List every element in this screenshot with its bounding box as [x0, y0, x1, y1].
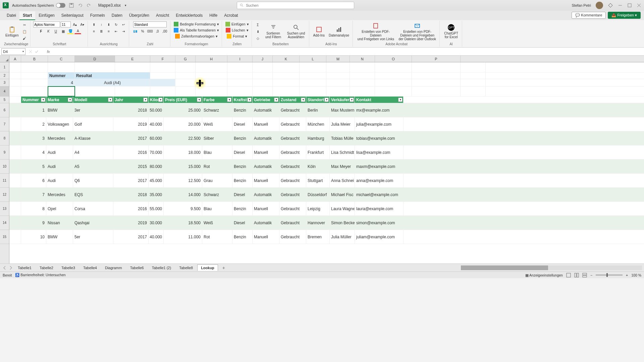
minimize-icon[interactable]	[618, 3, 623, 8]
cell[interactable]: Laura Wagne	[330, 202, 355, 216]
cell[interactable]: laura@example.com	[355, 202, 404, 216]
format-cells-button[interactable]: Format ▾	[226, 34, 248, 39]
table-col-jahr[interactable]: Jahr▾	[113, 97, 149, 103]
cell[interactable]: Gebraucht	[279, 117, 306, 131]
cell[interactable]: maxm@example.com	[355, 160, 404, 173]
cell[interactable]: Gebraucht	[279, 230, 306, 244]
table-col-kilom[interactable]: Kilom▾	[149, 97, 164, 103]
cell[interactable]: 2017	[113, 230, 149, 244]
cell[interactable]: 2016	[113, 202, 149, 216]
delete-cells-button[interactable]: Löschen ▾	[225, 27, 249, 33]
cell[interactable]: Diesel	[232, 145, 253, 159]
table-col-kontakt[interactable]: Kontakt▾	[355, 97, 404, 103]
cell[interactable]: 2015	[113, 160, 149, 173]
cell[interactable]: Benzin	[232, 174, 253, 187]
cell[interactable]	[150, 79, 175, 86]
col-header-P[interactable]: P	[412, 56, 461, 62]
cell[interactable]	[196, 86, 227, 96]
zoom-out-icon[interactable]: −	[590, 273, 592, 277]
col-header-M[interactable]: M	[326, 56, 350, 62]
cell[interactable]	[21, 72, 48, 79]
cell[interactable]: Blau	[202, 145, 232, 159]
cell[interactable]: Gebraucht	[279, 174, 306, 187]
cell[interactable]	[273, 72, 300, 79]
zoom-slider[interactable]	[596, 275, 623, 276]
cell[interactable]: Gebraucht	[279, 202, 306, 216]
cell[interactable]	[150, 86, 175, 96]
cell[interactable]	[9, 202, 21, 216]
cell[interactable]	[9, 62, 21, 72]
cell[interactable]: Grau	[202, 174, 232, 187]
row-header[interactable]: 2	[0, 72, 9, 79]
cell[interactable]	[273, 79, 300, 86]
cell[interactable]: Benzin	[232, 131, 253, 145]
filename[interactable]: Mappe3.xlsx	[98, 3, 121, 8]
cell[interactable]: Julia Meier	[330, 117, 355, 131]
cell[interactable]	[175, 86, 196, 96]
toggle-switch[interactable]	[56, 3, 65, 8]
cell[interactable]	[412, 86, 461, 96]
row-header[interactable]: 7	[0, 117, 9, 131]
cell[interactable]: Audi	[46, 160, 73, 173]
col-header-O[interactable]: O	[375, 56, 412, 62]
cell[interactable]	[300, 79, 326, 86]
cell[interactable]: 2019	[113, 216, 149, 230]
ribbon-tab-seitenlayout[interactable]: Seitenlayout	[58, 11, 87, 20]
zoom-level[interactable]: 100 %	[631, 273, 641, 277]
cell[interactable]	[75, 86, 115, 96]
cell[interactable]: Qashqai	[73, 216, 113, 230]
indent-dec-icon[interactable]: ⇤	[113, 28, 119, 34]
cell[interactable]: Diesel	[232, 216, 253, 230]
cell[interactable]: Manuell	[253, 174, 279, 187]
cell[interactable]: 7	[21, 188, 46, 201]
cell[interactable]	[350, 79, 375, 86]
cell[interactable]	[253, 79, 273, 86]
italic-icon[interactable]: K	[45, 28, 52, 34]
number-format-select[interactable]	[133, 21, 167, 27]
cell[interactable]: Bremen	[306, 230, 330, 244]
cell[interactable]: 35.000	[149, 188, 164, 201]
col-header-J[interactable]: J	[253, 56, 273, 62]
cell[interactable]: 45.000	[149, 174, 164, 187]
col-header-B[interactable]: B	[21, 56, 48, 62]
row-header[interactable]: 5	[0, 97, 9, 103]
cell[interactable]: julia@example.com	[355, 117, 404, 131]
cell[interactable]	[273, 86, 300, 96]
cell[interactable]: mx@example.com	[355, 103, 404, 117]
cell[interactable]: 12.500	[164, 174, 202, 187]
cell[interactable]: EQS	[73, 188, 113, 201]
cell[interactable]: Schwarz	[202, 103, 232, 117]
cell[interactable]: 5er	[73, 230, 113, 244]
cell[interactable]	[375, 86, 412, 96]
avatar[interactable]	[596, 2, 603, 9]
sheet-tab-tabelle3[interactable]: Tabelle3	[58, 264, 79, 271]
cell[interactable]	[227, 86, 253, 96]
currency-icon[interactable]: 💶	[132, 28, 139, 34]
ribbon-tab-hilfe[interactable]: Hilfe	[206, 11, 221, 20]
filter-icon[interactable]: ▾	[324, 98, 329, 102]
cell[interactable]: lisa@example.com	[355, 145, 404, 159]
cell[interactable]: Hannover	[306, 216, 330, 230]
cell[interactable]: 18.000	[164, 145, 202, 159]
cell[interactable]: 18.500	[164, 216, 202, 230]
cell[interactable]	[461, 79, 486, 86]
cell[interactable]	[9, 72, 21, 79]
cell[interactable]: 10	[21, 230, 46, 244]
row-header[interactable]: 3	[0, 79, 9, 86]
spreadsheet-grid[interactable]: ABCDEFGHIJKLMNOP 123456789101112131415 N…	[0, 56, 644, 263]
cell[interactable]	[9, 174, 21, 187]
search-box[interactable]	[237, 2, 354, 9]
cell[interactable]	[375, 72, 412, 79]
cell[interactable]: Opel	[46, 202, 73, 216]
col-header-G[interactable]: G	[175, 56, 196, 62]
cond-format-button[interactable]: Bedingte Formatierung ▾	[173, 21, 220, 27]
cell[interactable]	[350, 62, 375, 72]
filter-icon[interactable]: ▾	[227, 98, 231, 102]
ribbon-tab-einfügen[interactable]: Einfügen	[35, 11, 58, 20]
zoom-in-icon[interactable]: +	[626, 273, 628, 277]
cell[interactable]: Resultat	[75, 72, 150, 79]
col-header-E[interactable]: E	[115, 56, 150, 62]
cell[interactable]: 4	[21, 145, 46, 159]
sheet-tab-tabelle1[interactable]: Tabelle1	[14, 264, 35, 271]
cell[interactable]: Weiß	[202, 117, 232, 131]
